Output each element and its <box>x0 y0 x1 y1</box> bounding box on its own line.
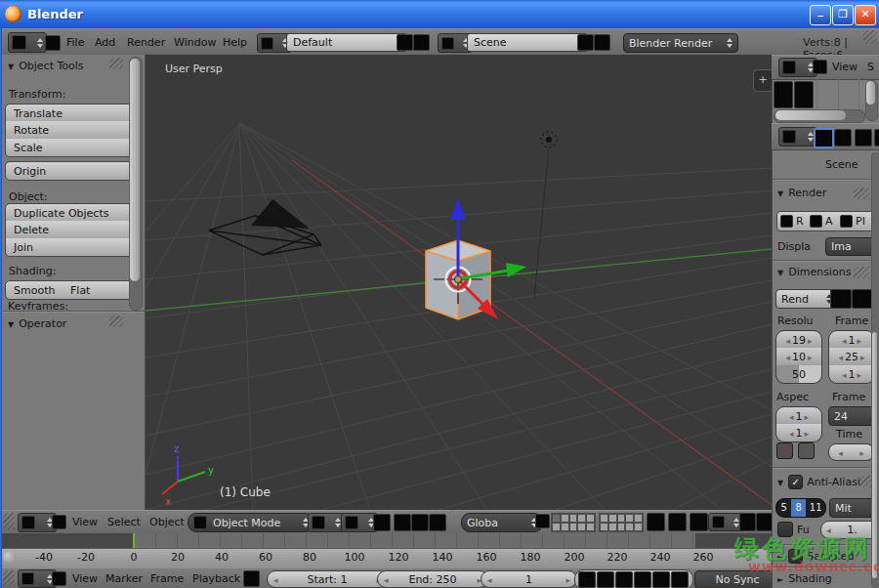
prev-keyframe-button[interactable] <box>597 571 614 588</box>
aa-samples-5[interactable]: 5 <box>776 499 791 517</box>
tab-world[interactable] <box>855 129 872 147</box>
delete-layout-icon[interactable] <box>413 34 430 51</box>
mode-dropdown[interactable]: Object Mode <box>188 513 314 532</box>
manipulator-rotate-toggle[interactable] <box>411 514 429 531</box>
panel-drag-grip[interactable] <box>109 58 123 69</box>
add-scene-icon[interactable] <box>577 34 594 51</box>
layer-cell[interactable] <box>569 523 578 531</box>
aa-samples-11[interactable]: 11 <box>806 499 825 517</box>
current-frame-field[interactable]: 1 <box>481 570 577 588</box>
menu-file[interactable]: File <box>66 36 84 49</box>
area-corner-grip[interactable] <box>863 30 877 44</box>
dimensions-panel-header[interactable]: Dimensions <box>777 266 851 278</box>
menu-frame[interactable]: Frame <box>150 572 184 585</box>
antialiasing-panel-header[interactable]: ✓ Anti-Aliasi <box>777 475 860 489</box>
filter-size-field[interactable]: 1. <box>820 521 879 539</box>
region-expand-tab[interactable]: + <box>753 69 772 92</box>
tab-scene[interactable] <box>834 129 852 147</box>
preset-add-icon[interactable] <box>830 289 852 309</box>
use-preview-range-icon[interactable] <box>243 570 260 587</box>
tab-render-active[interactable] <box>814 128 834 148</box>
delete-scene-icon[interactable] <box>594 34 610 51</box>
object-tools-panel-header[interactable]: Object Tools <box>8 60 84 72</box>
viewport-3d[interactable]: z y x <box>146 55 772 510</box>
duplicate-objects-button[interactable]: Duplicate Objects <box>5 203 140 223</box>
render-opengl-icon[interactable] <box>739 513 756 531</box>
ruler-scroll-handle[interactable] <box>3 551 16 564</box>
layer-cell[interactable] <box>608 523 617 531</box>
orientation-dropdown[interactable]: Globa <box>461 513 543 532</box>
render-presets-dropdown[interactable]: Rend <box>775 289 838 309</box>
layer-visibility-icon[interactable] <box>535 514 550 528</box>
time-remap-old-button[interactable] <box>828 443 853 461</box>
scene-field[interactable]: Scene <box>467 33 588 52</box>
scale-button[interactable]: Scale <box>5 139 140 157</box>
layer-cell[interactable] <box>552 523 561 531</box>
menu-add[interactable]: Add <box>95 36 115 49</box>
layer-cell[interactable] <box>561 523 569 531</box>
panel-drag-grip[interactable] <box>859 476 871 487</box>
snap-magnet-icon[interactable] <box>668 513 687 531</box>
toolshelf-scrollbar-thumb[interactable] <box>130 59 140 281</box>
menu-search[interactable]: S <box>867 61 874 73</box>
layer-1-active[interactable] <box>552 514 561 523</box>
jump-to-start-button[interactable] <box>578 571 596 588</box>
resolution-y-field[interactable]: 10 <box>775 348 822 366</box>
preset-remove-icon[interactable] <box>852 289 873 309</box>
add-layout-icon[interactable] <box>397 34 413 51</box>
outliner-scrollbar-thumb[interactable] <box>866 81 875 105</box>
resolution-percentage-slider[interactable]: 50 <box>775 365 822 384</box>
menu-object[interactable]: Object <box>149 516 185 528</box>
full-sample-checkbox[interactable] <box>777 522 793 537</box>
editor-type-dropdown[interactable] <box>8 32 47 53</box>
snap-element-icon[interactable] <box>690 513 708 531</box>
sampled-checkbox[interactable] <box>788 549 803 564</box>
crop-checkbox[interactable] <box>798 442 815 459</box>
tab-object-cut[interactable] <box>874 129 879 147</box>
frame-start-field[interactable]: Start: 1 <box>267 570 388 588</box>
minimize-button[interactable] <box>810 5 831 25</box>
panel-drag-grip[interactable] <box>854 188 869 199</box>
outliner-hscrollbar-thumb[interactable] <box>775 110 846 120</box>
layer-cell[interactable] <box>577 523 586 531</box>
menu-view[interactable]: View <box>72 572 98 585</box>
next-keyframe-button[interactable] <box>652 571 670 588</box>
manipulator-scale-toggle[interactable] <box>429 514 446 531</box>
current-frame-line[interactable] <box>133 533 135 548</box>
frame-end-field[interactable]: End: 250 <box>377 570 488 588</box>
layer-cell[interactable] <box>625 523 634 531</box>
layer-cell[interactable] <box>600 514 608 523</box>
origin-button[interactable]: Origin <box>5 161 140 181</box>
title-bar[interactable]: Blender <box>0 0 879 28</box>
timeline-frame-range[interactable] <box>134 533 695 548</box>
collapse-menus-icon[interactable] <box>813 60 827 74</box>
aspect-x-field[interactable]: 1 <box>775 406 822 426</box>
aa-samples-8-selected[interactable]: 8 <box>791 499 806 517</box>
area-corner-grip[interactable] <box>3 513 15 529</box>
editor-type-dropdown[interactable] <box>18 513 57 532</box>
snap-target-dropdown[interactable] <box>708 513 743 531</box>
decrement-arrow-icon[interactable] <box>384 573 389 586</box>
viewport-shading-dropdown[interactable] <box>308 513 345 532</box>
menu-render[interactable]: Render <box>127 36 165 49</box>
menu-marker[interactable]: Marker <box>105 572 143 585</box>
aa-samples-segmented[interactable]: 5 8 11 <box>775 498 826 518</box>
panel-drag-grip[interactable] <box>109 315 123 327</box>
editor-type-dropdown[interactable] <box>778 127 817 147</box>
editor-type-dropdown[interactable] <box>778 58 817 77</box>
render-engine-dropdown[interactable]: Blender Render <box>623 33 738 53</box>
menu-window[interactable]: Window <box>174 36 216 49</box>
area-corner-grip[interactable] <box>3 570 15 586</box>
decrement-arrow-icon[interactable] <box>487 573 492 586</box>
layer-cell[interactable] <box>600 523 608 531</box>
collapse-menus-icon[interactable] <box>52 515 66 529</box>
aspect-y-field[interactable]: 1 <box>775 424 822 442</box>
translate-button[interactable]: Translate <box>5 104 140 123</box>
layer-cell[interactable] <box>634 523 643 531</box>
pivot-align-toggle[interactable] <box>373 514 391 531</box>
layer-cell[interactable] <box>586 514 595 523</box>
jump-to-end-button[interactable] <box>671 571 689 588</box>
layer-cell[interactable] <box>586 523 595 531</box>
close-button[interactable] <box>855 5 876 25</box>
outliner-item-icon[interactable] <box>774 81 793 108</box>
